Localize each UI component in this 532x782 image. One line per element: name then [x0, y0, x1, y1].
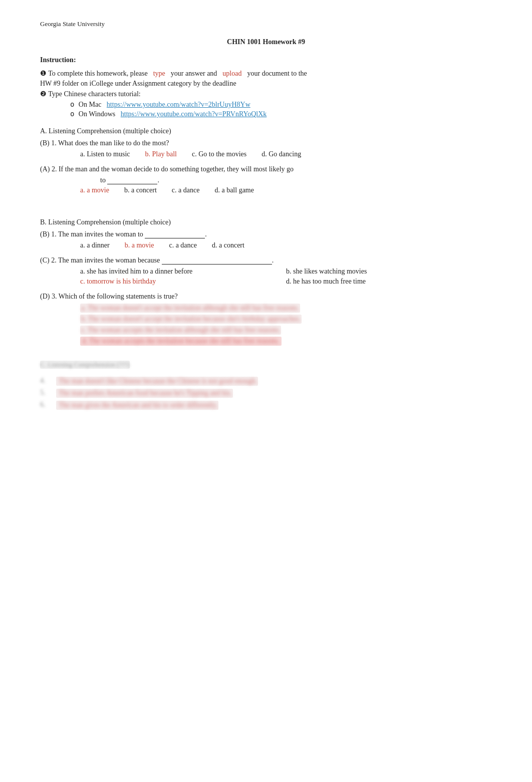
- blurred-answer-b3-a: a. The woman doesn't accept the invitati…: [80, 304, 492, 313]
- section-c-item-4: 4. The man doesn't like Chinese because …: [40, 377, 492, 386]
- answer-b1-c: c. a dance: [169, 241, 197, 249]
- answer-a1-a: a. Listen to music: [80, 150, 130, 158]
- instruction-line-1: ❶ To complete this homework, please type…: [40, 69, 492, 88]
- hw-title: CHIN 1001 Homework #9: [40, 38, 492, 46]
- answer-b1-a: a. a dinner: [80, 241, 110, 249]
- section-a-heading: A. Listening Comprehension (multiple cho…: [40, 127, 492, 135]
- answer-a1-d: d. Go dancing: [261, 150, 301, 158]
- section-c-item-5: 5. The man prefers American food because…: [40, 389, 492, 398]
- blurred-answer-b3-c: c. The woman accepts the invitation alth…: [80, 326, 492, 335]
- section-a: A. Listening Comprehension (multiple cho…: [40, 127, 492, 194]
- question-a2-text: (A) 2. If the man and the woman decide t…: [40, 165, 492, 173]
- answer-a2-a: a. a movie: [80, 186, 109, 194]
- answer-a1-c: c. Go to the movies: [192, 150, 246, 158]
- question-b1: (B) 1. The man invites the woman to . a.…: [40, 230, 492, 249]
- section-b: B. Listening Comprehension (multiple cho…: [40, 218, 492, 346]
- section-c-items: 4. The man doesn't like Chinese because …: [40, 377, 492, 410]
- blurred-answer-b3-d: d. The woman accepts the invitation beca…: [80, 337, 492, 346]
- tutorial-links-list: On Mac https://www.youtube.com/watch?v=2…: [70, 100, 492, 118]
- question-b2-answers: a. she has invited him to a dinner befor…: [80, 268, 492, 286]
- question-a2: (A) 2. If the man and the woman decide t…: [40, 165, 492, 194]
- answer-b2-a: a. she has invited him to a dinner befor…: [80, 268, 286, 276]
- instruction-block: ❶ To complete this homework, please type…: [40, 69, 492, 118]
- mac-link[interactable]: https://www.youtube.com/watch?v=2blrUuyH…: [107, 101, 250, 108]
- question-a2-blank-line: to .: [100, 176, 492, 184]
- question-a1-answers: a. Listen to music b. Play ball c. Go to…: [80, 150, 492, 158]
- section-b-heading: B. Listening Comprehension (multiple cho…: [40, 218, 492, 226]
- instruction-line-2: ❷ Type Chinese characters tutorial:: [40, 90, 492, 98]
- windows-link[interactable]: https://www.youtube.com/watch?v=PRVnRYoQ…: [121, 110, 267, 118]
- answer-b2-d: d. he has too much free time: [286, 278, 492, 286]
- question-b3-answers-blurred: a. The woman doesn't accept the invitati…: [40, 304, 492, 346]
- question-b1-answers: a. a dinner b. a movie c. a dance d. a c…: [80, 241, 492, 249]
- answer-b1-b: b. a movie: [125, 241, 154, 249]
- question-b3: (D) 3. Which of the following statements…: [40, 293, 492, 346]
- section-c: C. Listening Comprehension (???) 4. The …: [40, 354, 492, 410]
- question-a1-text: (B) 1. What does the man like to do the …: [40, 139, 492, 147]
- question-b3-text: (D) 3. Which of the following statements…: [40, 293, 492, 301]
- question-a1: (B) 1. What does the man like to do the …: [40, 139, 492, 158]
- answer-b1-d: d. a concert: [212, 241, 244, 249]
- answer-a2-d: d. a ball game: [214, 186, 254, 194]
- university-name: Georgia State University: [40, 20, 492, 28]
- section-c-heading: C. Listening Comprehension (???): [40, 354, 492, 373]
- answer-a2-c: c. a dance: [172, 186, 200, 194]
- question-b1-text: (B) 1. The man invites the woman to .: [40, 230, 492, 238]
- answer-b2-b: b. she likes watching movies: [286, 268, 492, 276]
- question-b2-text: (C) 2. The man invites the woman because…: [40, 256, 492, 265]
- blurred-answer-b3-b: b. The woman doesn't accept the invitati…: [80, 315, 492, 324]
- answer-a1-b: b. Play ball: [145, 150, 177, 158]
- section-c-item-6: 6. The man gives the American and his to…: [40, 401, 492, 410]
- instruction-label: Instruction:: [40, 56, 492, 64]
- question-b2: (C) 2. The man invites the woman because…: [40, 256, 492, 286]
- tutorial-windows: On Windows https://www.youtube.com/watch…: [70, 110, 492, 118]
- answer-a2-b: b. a concert: [124, 186, 157, 194]
- answer-b2-c: c. tomorrow is his birthday: [80, 278, 286, 286]
- tutorial-mac: On Mac https://www.youtube.com/watch?v=2…: [70, 100, 492, 109]
- question-a2-answers: a. a movie b. a concert c. a dance d. a …: [80, 186, 492, 194]
